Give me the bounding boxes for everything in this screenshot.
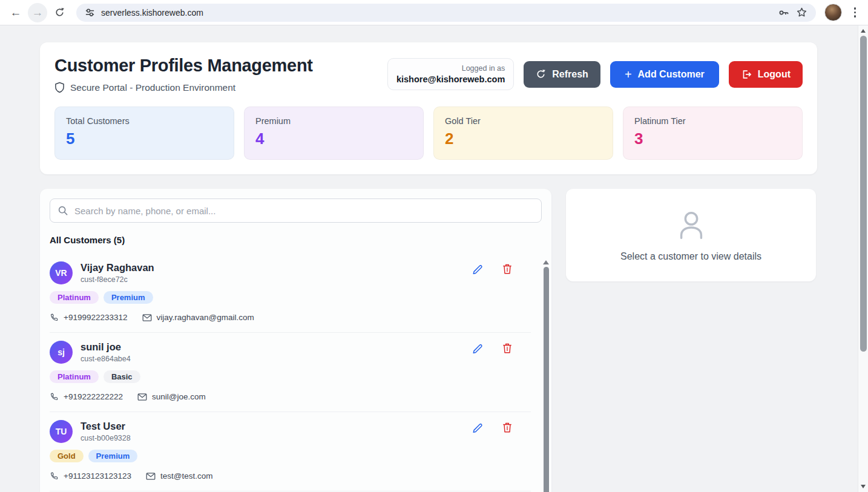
- stat-label: Premium: [255, 116, 412, 126]
- edit-customer-button[interactable]: [471, 262, 485, 276]
- page-title: Customer Profiles Management: [54, 56, 313, 76]
- detail-panel: Select a customer to view details: [566, 189, 816, 281]
- mail-icon: [146, 472, 156, 481]
- stat-label: Platinum Tier: [634, 116, 791, 126]
- stat-value: 4: [255, 130, 412, 148]
- stat-value: 3: [634, 130, 791, 148]
- header-card: Customer Profiles Management Secure Port…: [40, 42, 817, 174]
- omnibox[interactable]: serverless.kishoreweb.com: [76, 4, 816, 22]
- scroll-up-arrow-icon[interactable]: [543, 260, 549, 264]
- list-scrollbar-thumb[interactable]: [544, 267, 549, 492]
- stats-row: Total Customers 5 Premium 4 Gold Tier 2 …: [54, 107, 803, 160]
- page-subtitle: Secure Portal - Production Environment: [70, 82, 235, 93]
- browser-profile-avatar[interactable]: [824, 4, 842, 21]
- mail-icon: [137, 393, 147, 401]
- customer-list: VR Vijay Raghavan cust-f8ece72c Platinum…: [50, 254, 542, 491]
- scrollbar-down-arrow-icon[interactable]: [861, 485, 866, 488]
- customer-email: vijay.raghavan@gmail.com: [157, 313, 254, 322]
- stat-card: Gold Tier 2: [433, 107, 613, 160]
- customer-id: cust-f8ece72c: [81, 275, 154, 284]
- page-scrollbar-thumb[interactable]: [860, 36, 867, 352]
- reload-button[interactable]: [50, 3, 69, 22]
- trash-icon: [502, 343, 513, 354]
- browser-toolbar: ← → serverless.kishoreweb.com: [0, 0, 868, 25]
- customer-row[interactable]: VR Vijay Raghavan cust-f8ece72c Platinum…: [50, 254, 531, 333]
- stat-card: Premium 4: [244, 107, 424, 160]
- scrollbar-up-arrow-icon[interactable]: [861, 29, 866, 33]
- tier-badge: Premium: [88, 450, 138, 462]
- login-info-box: Logged in as kishore@kishoreweb.com: [387, 58, 514, 90]
- stat-value: 2: [445, 130, 602, 148]
- customer-avatar: VR: [50, 261, 73, 284]
- delete-customer-button[interactable]: [501, 421, 514, 435]
- browser-menu-icon[interactable]: [850, 5, 860, 20]
- phone-icon: [50, 313, 59, 322]
- person-icon: [674, 209, 709, 243]
- edit-customer-button[interactable]: [471, 341, 485, 355]
- customer-avatar: TU: [50, 420, 73, 443]
- back-button[interactable]: ←: [6, 3, 25, 22]
- tier-badge: Gold: [50, 450, 84, 462]
- list-scrollbar[interactable]: [542, 260, 550, 492]
- mail-icon: [142, 313, 152, 322]
- search-icon: [58, 205, 68, 216]
- logged-in-label: Logged in as: [396, 64, 505, 73]
- search-input[interactable]: [50, 198, 542, 223]
- page-content: Customer Profiles Management Secure Port…: [0, 25, 858, 492]
- list-heading: All Customers (5): [50, 235, 542, 245]
- customer-email: sunil@joe.com: [152, 392, 206, 401]
- shield-icon: [54, 82, 65, 93]
- stat-card: Platinum Tier 3: [623, 107, 803, 160]
- customer-id: cust-b00e9328: [81, 434, 131, 442]
- customer-email: test@test.com: [160, 471, 212, 481]
- stat-label: Gold Tier: [445, 116, 602, 126]
- tune-icon[interactable]: [85, 7, 95, 18]
- tier-badge: Basic: [104, 370, 140, 383]
- customer-phone: +9199922233312: [64, 313, 128, 322]
- customer-id: cust-e864abe4: [81, 355, 131, 363]
- empty-state-message: Select a customer to view details: [620, 251, 761, 262]
- tier-badge: Premium: [104, 291, 153, 304]
- reload-icon: [54, 7, 65, 18]
- edit-customer-button[interactable]: [471, 421, 485, 435]
- plus-icon: +: [625, 68, 632, 80]
- add-customer-button[interactable]: + Add Customer: [610, 61, 719, 88]
- url-text[interactable]: serverless.kishoreweb.com: [101, 8, 772, 18]
- password-key-icon[interactable]: [778, 7, 790, 19]
- pencil-icon: [472, 263, 484, 275]
- refresh-button[interactable]: Refresh: [524, 61, 600, 88]
- tier-badge: Platinum: [50, 370, 99, 383]
- phone-icon: [50, 392, 59, 401]
- tier-badge: Platinum: [50, 291, 99, 304]
- tier-badges: PlatinumPremium: [50, 291, 531, 304]
- customer-row[interactable]: TU Test User cust-b00e9328 GoldPremium +…: [50, 412, 531, 491]
- trash-icon: [502, 422, 513, 433]
- stat-value: 5: [66, 130, 223, 148]
- delete-customer-button[interactable]: [501, 341, 514, 355]
- customer-row[interactable]: sj sunil joe cust-e864abe4 PlatinumBasic…: [50, 333, 531, 412]
- tier-badges: PlatinumBasic: [50, 370, 531, 383]
- phone-icon: [50, 471, 59, 481]
- customer-name: sunil joe: [81, 341, 131, 353]
- page-scrollbar[interactable]: [858, 25, 868, 492]
- customer-name: Vijay Raghavan: [81, 262, 154, 274]
- logged-in-email: kishore@kishoreweb.com: [396, 74, 505, 84]
- customer-list-card: All Customers (5) VR Vijay Raghavan cust…: [40, 189, 551, 492]
- pencil-icon: [472, 422, 484, 433]
- pencil-icon: [472, 343, 484, 354]
- stat-label: Total Customers: [66, 116, 223, 126]
- customer-phone: +91123123123123: [64, 471, 131, 481]
- trash-icon: [502, 263, 513, 275]
- delete-customer-button[interactable]: [501, 262, 514, 276]
- stat-card: Total Customers 5: [54, 107, 234, 160]
- bookmark-star-icon[interactable]: [796, 7, 807, 18]
- logout-button[interactable]: Logout: [729, 61, 803, 88]
- forward-button[interactable]: →: [28, 3, 47, 22]
- customer-avatar: sj: [50, 341, 73, 364]
- logout-icon: [741, 69, 752, 80]
- refresh-icon: [536, 69, 546, 79]
- tier-badges: GoldPremium: [50, 450, 531, 462]
- customer-name: Test User: [81, 421, 131, 432]
- customer-phone: +919222222222: [64, 392, 123, 401]
